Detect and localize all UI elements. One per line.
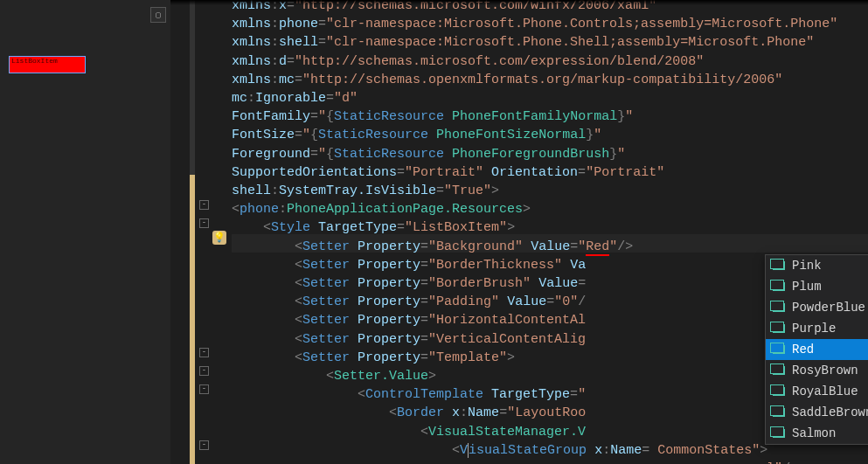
fold-toggle-icon[interactable]: - (199, 218, 209, 228)
value-icon (773, 345, 785, 354)
code-editor[interactable]: ------ 💡 xmlns:x="http://schemas.microso… (170, 0, 868, 464)
intellisense-item[interactable]: PowderBlue (766, 297, 868, 318)
intellisense-item-label: RoyalBlue (792, 384, 858, 398)
intellisense-item[interactable]: Salmon (766, 423, 868, 444)
value-icon (773, 282, 785, 291)
intellisense-item[interactable]: RosyBrown (766, 360, 868, 381)
lightbulb-icon[interactable]: 💡 (212, 231, 226, 245)
intellisense-item-label: Purple (792, 322, 836, 336)
intellisense-item-label: Pink (792, 259, 822, 273)
intellisense-popup[interactable]: PinkPlumPowderBluePurpleRedRosyBrownRoya… (765, 254, 868, 445)
fold-toggle-icon[interactable]: - (199, 366, 209, 376)
intellisense-item-label: PowderBlue (792, 301, 865, 315)
intellisense-item-label: RosyBrown (792, 364, 858, 377)
intellisense-item[interactable]: SaddleBrown (766, 402, 868, 423)
designer-toolbar-icon[interactable]: ▢ (150, 7, 166, 23)
value-icon (773, 408, 785, 417)
intellisense-item-label: Salmon (792, 426, 836, 440)
fold-toggle-icon[interactable]: - (199, 348, 209, 357)
intellisense-item[interactable]: Purple (766, 318, 868, 339)
value-icon (773, 366, 785, 375)
outlining-margin (198, 0, 211, 464)
designer-panel: ▢ ListBoxItem (0, 0, 170, 464)
change-marker (190, 175, 195, 464)
intellisense-item-label: Plum (792, 280, 822, 294)
designer-preview-listboxitem[interactable]: ListBoxItem (9, 56, 86, 73)
intellisense-item[interactable]: Pink (766, 255, 868, 276)
value-icon (773, 324, 785, 333)
intellisense-item[interactable]: Plum (766, 276, 868, 297)
intellisense-item-label: Red (792, 343, 814, 357)
fold-toggle-icon[interactable]: - (199, 200, 209, 210)
intellisense-item[interactable]: Red (766, 339, 868, 360)
value-icon (773, 429, 785, 438)
editor-top-shadow (170, 0, 868, 5)
fold-toggle-icon[interactable]: - (199, 440, 209, 450)
fold-toggle-icon[interactable]: - (199, 384, 209, 394)
intellisense-item-label: SaddleBrown (792, 405, 868, 419)
value-icon (773, 303, 785, 312)
intellisense-item[interactable]: RoyalBlue (766, 381, 868, 402)
value-icon (773, 387, 785, 396)
value-icon (773, 261, 785, 270)
